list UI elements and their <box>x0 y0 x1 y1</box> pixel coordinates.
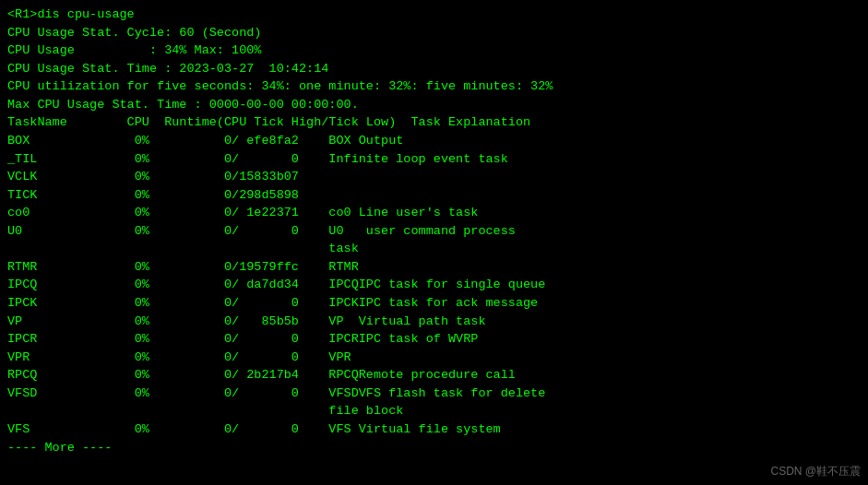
terminal-line: TaskName CPU Runtime(CPU Tick High/Tick … <box>7 113 861 132</box>
terminal-line: VFS 0% 0/ 0 VFS Virtual file system <box>7 420 861 439</box>
terminal-line: VP 0% 0/ 85b5b VP Virtual path task <box>7 313 861 331</box>
terminal-line: U0 0% 0/ 0 U0 user command process <box>7 222 861 241</box>
terminal-line: CPU utilization for five seconds: 34%: o… <box>7 77 861 96</box>
terminal-line: VFSD 0% 0/ 0 VFSDVFS flash task for dele… <box>7 384 861 403</box>
terminal-line: TICK 0% 0/298d5898 <box>7 186 861 205</box>
prompt-line: <R1>dis cpu-usage <box>7 6 861 24</box>
terminal-line: BOX 0% 0/ efe8fa2 BOX Output <box>7 132 861 150</box>
terminal-line: RTMR 0% 0/19579ffc RTMR <box>7 258 861 277</box>
terminal-line: VPR 0% 0/ 0 VPR <box>7 349 861 367</box>
terminal-line: _TIL 0% 0/ 0 Infinite loop event task <box>7 150 861 169</box>
terminal-window: <R1>dis cpu-usageCPU Usage Stat. Cycle: … <box>0 0 868 485</box>
terminal-line: RPCQ 0% 0/ 2b217b4 RPCQRemote procedure … <box>7 366 861 384</box>
terminal-line: co0 0% 0/ 1e22371 co0 Line user's task <box>7 204 861 222</box>
terminal-line: Max CPU Usage Stat. Time : 0000-00-00 00… <box>7 96 861 114</box>
watermark: CSDN @鞋不压震 <box>770 464 861 479</box>
terminal-line: CPU Usage : 34% Max: 100% <box>7 41 861 60</box>
terminal-line: IPCK 0% 0/ 0 IPCKIPC task for ack messag… <box>7 294 861 313</box>
terminal-line: file block <box>7 402 861 420</box>
terminal-line: VCLK 0% 0/15833b07 <box>7 168 861 186</box>
terminal-line: task <box>7 240 861 258</box>
terminal-line: IPCQ 0% 0/ da7dd34 IPCQIPC task for sing… <box>7 276 861 294</box>
terminal-line: CPU Usage Stat. Time : 2023-03-27 10:42:… <box>7 60 861 78</box>
more-indicator: ---- More ---- <box>7 439 861 457</box>
terminal-line: CPU Usage Stat. Cycle: 60 (Second) <box>7 24 861 42</box>
terminal-line: IPCR 0% 0/ 0 IPCRIPC task of WVRP <box>7 330 861 349</box>
